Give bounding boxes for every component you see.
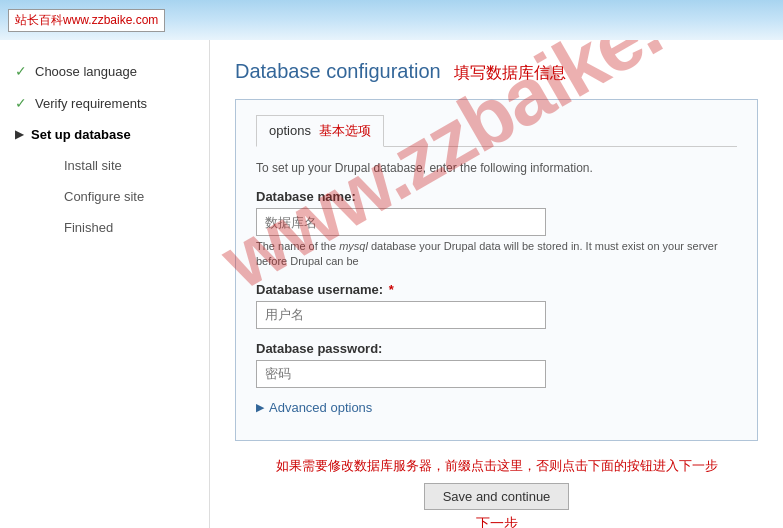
db-username-group: Database username: *: [256, 282, 737, 329]
sidebar: ✓ Choose language ✓ Verify requirements …: [0, 40, 210, 528]
banner-label: 站长百科www.zzbaike.com: [8, 9, 165, 32]
db-name-label: Database name:: [256, 189, 737, 204]
sidebar-label-choose-language: Choose language: [35, 64, 137, 79]
db-username-label-text: Database username:: [256, 282, 383, 297]
main-content: Database configuration 填写数据库信息 www.zzbai…: [210, 40, 783, 528]
db-name-hint: The name of the mysql database your Drup…: [256, 239, 737, 270]
db-username-label: Database username: *: [256, 282, 737, 297]
db-password-group: Database password:: [256, 341, 737, 388]
db-name-label-text: Database name:: [256, 189, 356, 204]
top-banner: 站长百科www.zzbaike.com: [0, 0, 783, 40]
sidebar-label-set-up-database: Set up database: [31, 127, 131, 142]
page-title-en: Database configuration: [235, 60, 441, 82]
page-title: Database configuration 填写数据库信息: [235, 60, 758, 84]
tab-basic-options[interactable]: options 基本选项: [256, 115, 384, 147]
tab-options-label: options: [269, 123, 311, 138]
next-step-label: 下一步: [235, 515, 758, 528]
sidebar-item-finished[interactable]: Finished: [0, 212, 209, 243]
save-button-wrap: Save and continue: [235, 483, 758, 510]
db-name-input[interactable]: [256, 208, 546, 236]
check-icon: ✓: [15, 63, 27, 79]
sidebar-item-verify-requirements[interactable]: ✓ Verify requirements: [0, 87, 209, 119]
check-icon-2: ✓: [15, 95, 27, 111]
sidebar-label-configure-site: Configure site: [64, 189, 144, 204]
arrow-right-icon: ▶: [256, 401, 264, 414]
db-password-input[interactable]: [256, 360, 546, 388]
advanced-options[interactable]: ▶ Advanced options: [256, 400, 737, 415]
page-title-cn: 填写数据库信息: [454, 64, 566, 81]
info-text: 如果需要修改数据库服务器，前缀点击这里，否则点击下面的按钮进入下一步: [235, 456, 758, 476]
sidebar-label-verify-requirements: Verify requirements: [35, 96, 147, 111]
save-continue-button[interactable]: Save and continue: [424, 483, 570, 510]
required-mark: *: [389, 282, 394, 297]
form-section: www.zzbaike.com options 基本选项 To set up y…: [235, 99, 758, 441]
advanced-options-label: Advanced options: [269, 400, 372, 415]
sidebar-item-install-site[interactable]: Install site: [0, 150, 209, 181]
db-password-label: Database password:: [256, 341, 737, 356]
arrow-icon: ▶: [15, 128, 23, 141]
sidebar-label-install-site: Install site: [64, 158, 122, 173]
db-password-label-text: Database password:: [256, 341, 382, 356]
tab-cn-label: 基本选项: [319, 123, 371, 138]
db-username-input[interactable]: [256, 301, 546, 329]
sidebar-item-choose-language[interactable]: ✓ Choose language: [0, 55, 209, 87]
db-name-group: Database name: The name of the mysql dat…: [256, 189, 737, 270]
form-description: To set up your Drupal database, enter th…: [256, 159, 737, 177]
sidebar-label-finished: Finished: [64, 220, 113, 235]
sidebar-item-set-up-database[interactable]: ▶ Set up database: [0, 119, 209, 150]
sidebar-item-configure-site[interactable]: Configure site: [0, 181, 209, 212]
section-tabs: options 基本选项: [256, 115, 737, 147]
